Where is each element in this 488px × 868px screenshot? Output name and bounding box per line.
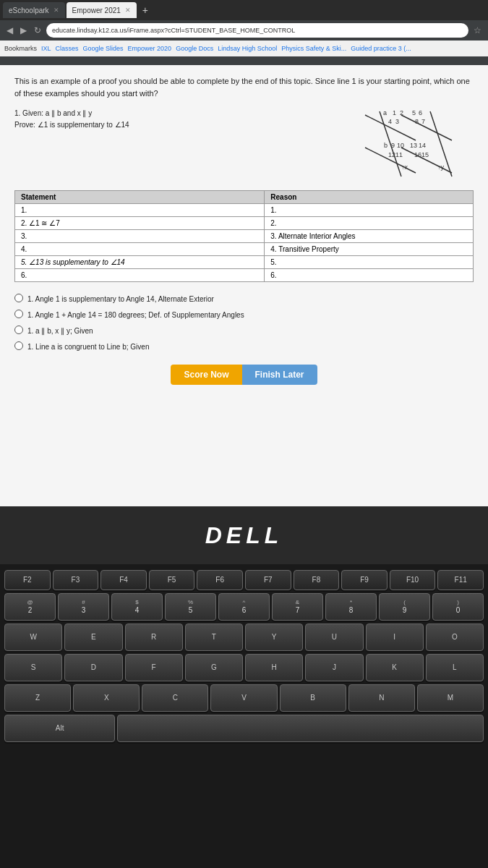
address-input[interactable] — [46, 23, 468, 38]
key-f7[interactable]: F7 — [245, 570, 291, 590]
key-y[interactable]: Y — [245, 624, 303, 651]
key-spacebar[interactable] — [117, 715, 484, 742]
key-x[interactable]: X — [73, 684, 140, 712]
key-u[interactable]: U — [305, 624, 363, 651]
bookmark-slides[interactable]: Google Slides — [83, 45, 124, 52]
bookmark-physics[interactable]: Physics Safety & Ski... — [281, 45, 346, 52]
svg-text:↑y: ↑y — [437, 163, 445, 171]
choice-d-row[interactable]: 1. Line a is congruent to Line b; Given — [14, 340, 474, 354]
radio-d[interactable] — [14, 341, 23, 350]
key-s[interactable]: S — [4, 654, 62, 681]
key-g[interactable]: G — [185, 654, 243, 681]
score-now-button[interactable]: Score Now — [171, 365, 241, 385]
choice-a-text: 1. Angle 1 is supplementary to Angle 14,… — [27, 292, 214, 307]
svg-text:7: 7 — [421, 118, 425, 125]
key-c[interactable]: C — [142, 684, 208, 712]
key-m[interactable]: M — [417, 684, 484, 712]
key-4[interactable]: $4 — [111, 593, 163, 621]
star-icon[interactable]: ☆ — [471, 25, 484, 36]
spacebar-row: Alt — [4, 715, 484, 742]
choice-c-row[interactable]: 1. a ∥ b, x ∥ y; Given — [14, 324, 474, 339]
rsn-2: 2. — [265, 217, 474, 230]
bookmark-empower[interactable]: Empower 2020 — [128, 45, 172, 52]
key-o[interactable]: O — [426, 624, 484, 651]
key-e[interactable]: E — [64, 624, 122, 651]
key-h[interactable]: H — [245, 654, 303, 681]
col-reason: Reason — [265, 191, 474, 204]
tab-label: eSchoolpark — [9, 7, 49, 14]
bookmark-guided[interactable]: Guided practice 3 (... — [351, 45, 411, 52]
key-f10[interactable]: F10 — [390, 570, 436, 590]
svg-text:12: 12 — [388, 151, 395, 158]
key-2[interactable]: @2 — [4, 593, 56, 621]
table-row: 3. 3. Alternate Interior Angles — [15, 230, 474, 243]
key-b[interactable]: B — [280, 684, 346, 712]
answer-choices: 1. Angle 1 is supplementary to Angle 14,… — [14, 292, 474, 354]
key-n[interactable]: N — [348, 684, 415, 712]
diagram: a 1 2 5 6 4 3 8 7 b 9 10 13 14 12 11 16 … — [358, 108, 474, 183]
bookmarks-bar: Bookmarks IXL Classes Google Slides Empo… — [0, 41, 488, 56]
svg-text:10: 10 — [397, 142, 404, 149]
forward-button[interactable]: ▶ — [18, 25, 29, 36]
key-f2[interactable]: F2 — [4, 570, 51, 590]
key-f5[interactable]: F5 — [149, 570, 195, 590]
svg-text:9: 9 — [391, 142, 395, 149]
content-area: This is an example of a proof you should… — [0, 65, 488, 506]
key-i[interactable]: I — [366, 624, 424, 651]
choice-b-text: 1. Angle 1 + Angle 14 = 180 degrees; Def… — [27, 308, 244, 323]
key-3[interactable]: #3 — [58, 593, 109, 621]
key-7[interactable]: &7 — [272, 593, 323, 621]
key-w[interactable]: W — [4, 624, 62, 651]
key-alt[interactable]: Alt — [4, 715, 115, 742]
back-button[interactable]: ◀ — [4, 25, 15, 36]
key-r[interactable]: R — [125, 624, 183, 651]
radio-a[interactable] — [14, 294, 23, 302]
tab-empower[interactable]: Empower 2021 ✕ — [67, 2, 137, 18]
key-k[interactable]: K — [366, 654, 424, 681]
svg-text:16: 16 — [414, 151, 421, 158]
tab-eschoolpark[interactable]: eSchoolpark ✕ — [3, 2, 65, 18]
home-row: S D F G H J K L — [4, 654, 484, 681]
bookmark-bookmarks[interactable]: Bookmarks — [4, 45, 37, 52]
radio-b[interactable] — [14, 310, 23, 318]
key-f3[interactable]: F3 — [53, 570, 99, 590]
key-f6[interactable]: F6 — [197, 570, 243, 590]
key-f8[interactable]: F8 — [294, 570, 340, 590]
tab-close-icon[interactable]: ✕ — [53, 7, 59, 14]
choice-b-row[interactable]: 1. Angle 1 + Angle 14 = 180 degrees; Def… — [14, 308, 474, 323]
button-row: Score Now Finish Later — [14, 365, 474, 385]
svg-text:5: 5 — [412, 109, 416, 116]
key-6[interactable]: ^6 — [218, 593, 270, 621]
key-f9[interactable]: F9 — [341, 570, 388, 590]
key-l[interactable]: L — [426, 654, 484, 681]
bookmark-lindsay[interactable]: Lindsay High School — [218, 45, 277, 52]
key-f4[interactable]: F4 — [100, 570, 147, 590]
radio-c[interactable] — [14, 326, 23, 334]
key-t[interactable]: T — [185, 624, 243, 651]
key-z[interactable]: Z — [4, 684, 71, 712]
choice-a-row[interactable]: 1. Angle 1 is supplementary to Angle 14,… — [14, 292, 474, 307]
reload-button[interactable]: ↻ — [32, 25, 43, 36]
key-0[interactable]: )0 — [432, 593, 484, 621]
key-v[interactable]: V — [210, 684, 277, 712]
key-9[interactable]: (9 — [379, 593, 430, 621]
key-f11[interactable]: F11 — [437, 570, 484, 590]
tab-close-active-icon[interactable]: ✕ — [125, 7, 131, 14]
rsn-3: 3. Alternate Interior Angles — [265, 230, 474, 243]
new-tab-button[interactable]: + — [138, 4, 153, 16]
key-8[interactable]: *8 — [325, 593, 377, 621]
svg-text:3: 3 — [395, 118, 399, 125]
bookmark-classes[interactable]: Classes — [56, 45, 79, 52]
proof-table: Statement Reason 1. 1. 2. ∠1 ≅ ∠7 2. 3. … — [14, 190, 474, 282]
given-line1: 1. Given: a ∥ b and x ∥ y — [14, 108, 343, 119]
choice-d-text: 1. Line a is congruent to Line b; Given — [27, 340, 149, 354]
stmt-4: 4. — [15, 243, 265, 256]
key-f[interactable]: F — [125, 654, 183, 681]
bookmark-ixl[interactable]: IXL — [41, 45, 51, 52]
bookmark-docs[interactable]: Google Docs — [176, 45, 213, 52]
key-d[interactable]: D — [64, 654, 122, 681]
key-5[interactable]: %5 — [165, 593, 216, 621]
finish-later-button[interactable]: Finish Later — [242, 365, 317, 385]
table-row: 2. ∠1 ≅ ∠7 2. — [15, 217, 474, 230]
key-j[interactable]: J — [305, 654, 363, 681]
